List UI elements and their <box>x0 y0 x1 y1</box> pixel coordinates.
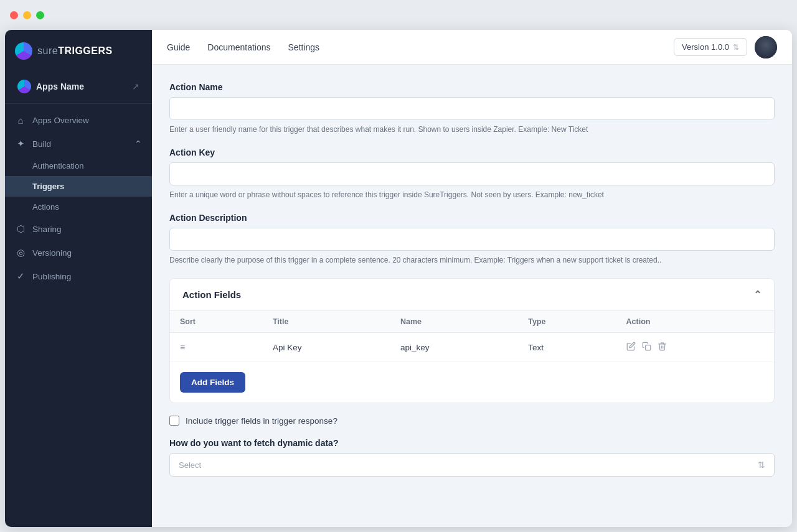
select-chevron-icon: ⇅ <box>758 460 765 470</box>
col-title: Title <box>263 311 390 333</box>
nav-link-settings[interactable]: Settings <box>288 42 320 52</box>
action-key-section: Action Key Enter a unique word or phrase… <box>169 147 775 200</box>
top-nav-links: Guide Documentations Settings <box>167 42 319 52</box>
action-fields-header: Action Fields ⌃ <box>170 279 774 310</box>
sidebar-item-publishing[interactable]: ✓ Publishing <box>5 264 152 288</box>
col-sort: Sort <box>170 311 263 333</box>
sidebar: sureTRIGGERS Apps Name ↗ ⌂ Apps Overview… <box>5 30 152 527</box>
actions-label: Actions <box>32 202 59 212</box>
sidebar-item-versioning[interactable]: ◎ Versioning <box>5 241 152 264</box>
field-title-cell: Api Key <box>263 333 390 362</box>
table-row: ≡ Api Key api_key Text <box>170 333 774 362</box>
svg-rect-0 <box>645 345 650 350</box>
sharing-label: Sharing <box>32 225 62 234</box>
top-nav-right: Version 1.0.0 ⇅ <box>674 36 777 58</box>
external-link-icon[interactable]: ↗ <box>132 82 139 91</box>
minimize-button[interactable] <box>23 11 31 19</box>
sidebar-nav: ⌂ Apps Overview ✦ Build ⌃ Authentication… <box>5 106 152 291</box>
action-description-label: Action Description <box>169 213 775 223</box>
sidebar-item-triggers[interactable]: Triggers <box>5 176 152 197</box>
app-icon <box>17 80 31 93</box>
checkbox-label: Include trigger fields in trigger respon… <box>186 416 337 426</box>
sidebar-item-label: Apps Overview <box>32 116 89 125</box>
sidebar-item-apps-overview[interactable]: ⌂ Apps Overview <box>5 109 152 132</box>
avatar-image <box>755 36 777 58</box>
action-description-section: Action Description Describe clearly the … <box>169 213 775 266</box>
main-content: Guide Documentations Settings Version 1.… <box>152 30 792 527</box>
build-icon: ✦ <box>15 138 26 149</box>
sidebar-app-row[interactable]: Apps Name ↗ <box>12 75 144 98</box>
action-fields-card: Action Fields ⌃ Sort Title Name Type Act… <box>169 278 775 403</box>
traffic-lights <box>10 11 44 19</box>
home-icon: ⌂ <box>15 115 26 126</box>
sidebar-logo: sureTRIGGERS <box>5 30 152 70</box>
nav-link-guide[interactable]: Guide <box>167 42 190 52</box>
action-name-section: Action Name Enter a user friendly name f… <box>169 82 775 135</box>
col-name: Name <box>390 311 518 333</box>
sidebar-item-authentication[interactable]: Authentication <box>5 156 152 176</box>
triggers-label: Triggers <box>32 182 64 191</box>
col-type: Type <box>518 311 616 333</box>
build-label: Build <box>32 139 51 149</box>
sidebar-item-actions[interactable]: Actions <box>5 197 152 217</box>
action-key-input[interactable] <box>169 162 775 185</box>
publishing-label: Publishing <box>32 272 71 281</box>
chevron-up-icon: ⌃ <box>134 139 142 149</box>
drag-handle-icon[interactable]: ≡ <box>180 342 185 352</box>
top-nav: Guide Documentations Settings Version 1.… <box>152 30 792 65</box>
select-placeholder: Select <box>179 460 201 470</box>
close-button[interactable] <box>10 11 18 19</box>
copy-icon[interactable] <box>642 342 651 353</box>
field-name-cell: api_key <box>390 333 518 362</box>
action-description-hint: Describe clearly the purpose of this tri… <box>169 254 775 266</box>
app-container: sureTRIGGERS Apps Name ↗ ⌂ Apps Overview… <box>5 30 792 527</box>
action-name-hint: Enter a user friendly name for this trig… <box>169 124 775 135</box>
title-bar <box>0 0 797 30</box>
delete-icon[interactable] <box>658 342 667 353</box>
sidebar-app-name: Apps Name <box>17 80 84 93</box>
action-description-input[interactable] <box>169 228 775 251</box>
page-content: Action Name Enter a user friendly name f… <box>152 65 792 527</box>
avatar[interactable] <box>755 36 777 58</box>
publishing-icon: ✓ <box>15 271 26 282</box>
authentication-label: Authentication <box>32 161 83 170</box>
maximize-button[interactable] <box>36 11 44 19</box>
checkbox-row: Include trigger fields in trigger respon… <box>169 416 775 426</box>
version-chevron-icon: ⇅ <box>733 43 739 52</box>
include-trigger-fields-checkbox[interactable] <box>169 416 179 426</box>
version-selector[interactable]: Version 1.0.0 ⇅ <box>674 38 747 56</box>
sidebar-item-sharing[interactable]: ⬡ Sharing <box>5 217 152 241</box>
collapse-icon[interactable]: ⌃ <box>753 289 762 301</box>
row-actions <box>626 342 764 353</box>
edit-icon[interactable] <box>626 342 636 353</box>
dynamic-data-label: How do you want to fetch dynamic data? <box>169 438 775 448</box>
sidebar-item-build[interactable]: ✦ Build ⌃ <box>5 132 152 156</box>
action-key-hint: Enter a unique word or phrase without sp… <box>169 189 775 200</box>
versioning-label: Versioning <box>32 248 72 258</box>
action-fields-title: Action Fields <box>182 289 241 300</box>
dynamic-data-select[interactable]: Select ⇅ <box>169 453 775 477</box>
logo-icon <box>15 42 32 60</box>
version-label: Version 1.0.0 <box>682 42 729 52</box>
nav-link-documentations[interactable]: Documentations <box>207 42 270 52</box>
dynamic-data-section: How do you want to fetch dynamic data? S… <box>169 438 775 477</box>
add-fields-button[interactable]: Add Fields <box>180 372 245 393</box>
versioning-icon: ◎ <box>15 247 26 258</box>
sidebar-app-section: Apps Name ↗ <box>5 70 152 104</box>
logo-text: sureTRIGGERS <box>37 45 113 57</box>
action-name-input[interactable] <box>169 97 775 120</box>
field-type-cell: Text <box>518 333 616 362</box>
action-key-label: Action Key <box>169 147 775 157</box>
action-fields-table: Sort Title Name Type Action ≡ Api Key ap… <box>170 310 774 362</box>
action-name-label: Action Name <box>169 82 775 92</box>
sharing-icon: ⬡ <box>15 223 26 235</box>
col-action: Action <box>616 311 774 333</box>
